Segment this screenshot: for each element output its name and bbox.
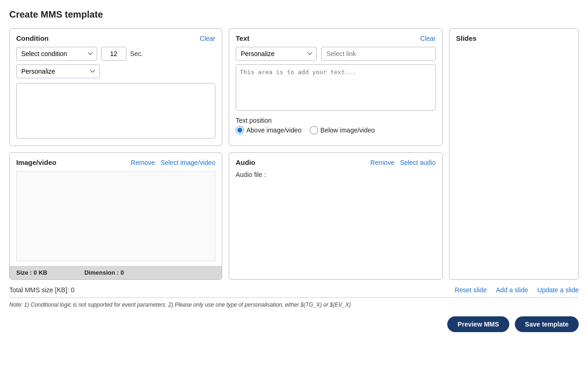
radio-above-input[interactable]: [236, 126, 244, 134]
slides-panel: Slides: [449, 28, 579, 280]
radio-below-text: Below image/video: [320, 126, 375, 134]
select-link-input[interactable]: [321, 47, 436, 61]
note-text: Note: 1) Conditional logic is not suppor…: [9, 302, 351, 308]
save-template-button[interactable]: Save template: [515, 316, 579, 332]
radio-group: Above image/video Below image/video: [236, 126, 436, 134]
text-panel: Text Clear Personalize Text position Abo…: [229, 28, 443, 146]
bottom-bar: Total MMS size [KB]: 0 Reset slide Add a…: [9, 284, 579, 296]
note-bar: Note: 1) Conditional logic is not suppor…: [9, 297, 579, 313]
reset-slide-link[interactable]: Reset slide: [455, 286, 487, 294]
slides-panel-header: Slides: [456, 34, 572, 42]
page-title: Create MMS template: [9, 9, 579, 20]
image-select-link[interactable]: Select image/video: [161, 159, 215, 166]
footer-buttons: Preview MMS Save template: [9, 313, 579, 334]
text-top-row: Personalize: [236, 47, 436, 61]
preview-mms-button[interactable]: Preview MMS: [447, 316, 509, 332]
text-clear-link[interactable]: Clear: [420, 35, 436, 42]
condition-title: Condition: [16, 34, 49, 42]
condition-textarea[interactable]: [16, 83, 215, 138]
text-panel-header: Text Clear: [236, 34, 436, 42]
sec-input[interactable]: [101, 47, 126, 61]
radio-below-input[interactable]: [310, 126, 318, 134]
audio-file-label: Audio file :: [236, 171, 266, 178]
image-panel-actions: Remove Select image/video: [131, 159, 215, 166]
image-remove-link[interactable]: Remove: [131, 159, 155, 166]
text-title: Text: [236, 34, 250, 42]
image-area: [16, 171, 215, 261]
text-position-label: Text position: [236, 117, 436, 124]
audio-title: Audio: [236, 158, 256, 166]
add-slide-link[interactable]: Add a slide: [496, 286, 528, 294]
text-personalize-dropdown[interactable]: Personalize: [236, 47, 317, 61]
slides-title: Slides: [456, 34, 476, 42]
condition-row1: Select condition Sec.: [16, 47, 215, 61]
radio-above-label[interactable]: Above image/video: [236, 126, 301, 134]
condition-panel-header: Condition Clear: [16, 34, 215, 42]
audio-select-link[interactable]: Select audio: [400, 159, 436, 166]
sec-label: Sec.: [130, 50, 143, 57]
slide-actions: Reset slide Add a slide Update a slide: [455, 286, 579, 294]
update-slide-link[interactable]: Update a slide: [537, 286, 579, 294]
total-size: Total MMS size [KB]: 0: [9, 286, 75, 294]
text-position-section: Text position Above image/video Below im…: [236, 117, 436, 134]
condition-clear-link[interactable]: Clear: [200, 35, 215, 42]
audio-panel-header: Audio Remove Select audio: [236, 158, 436, 166]
image-panel-header: Image/video Remove Select image/video: [16, 158, 215, 166]
condition-personalize-dropdown[interactable]: Personalize: [16, 64, 100, 78]
select-condition-dropdown[interactable]: Select condition: [16, 47, 97, 61]
audio-panel: Audio Remove Select audio Audio file :: [229, 152, 443, 280]
image-title: Image/video: [16, 158, 56, 166]
image-footer: Size : 0 KB Dimension : 0: [10, 266, 222, 279]
image-panel: Image/video Remove Select image/video Si…: [9, 152, 222, 280]
radio-below-label[interactable]: Below image/video: [310, 126, 375, 134]
radio-above-text: Above image/video: [246, 126, 301, 134]
condition-panel: Condition Clear Select condition Sec. Pe…: [9, 28, 222, 146]
text-area-main[interactable]: [236, 64, 436, 111]
image-size-label: Size : 0 KB: [16, 269, 47, 276]
image-dimension-label: Dimension : 0: [84, 269, 124, 276]
audio-panel-actions: Remove Select audio: [370, 159, 436, 166]
audio-remove-link[interactable]: Remove: [370, 159, 394, 166]
